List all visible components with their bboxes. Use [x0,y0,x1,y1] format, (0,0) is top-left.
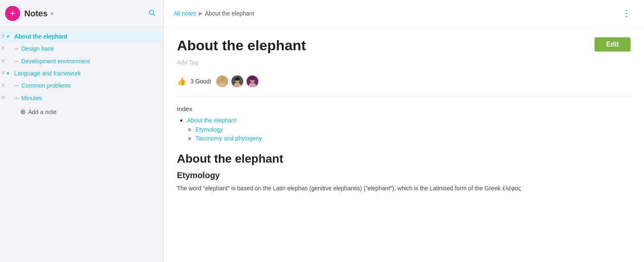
avatars-row [216,75,259,88]
drag-handle-lang: ⠿ [2,71,5,75]
sidebar-label-about-elephant: About the elephant [14,33,68,40]
avatar-1 [216,75,229,88]
svg-point-10 [236,77,239,80]
sub-heading-etymology: Etymology [177,171,631,180]
drag-handle-minutes: ⠿ [2,96,5,100]
thumbs-up-icon[interactable]: 👍 [177,77,186,86]
note-title: About the elephant [177,37,306,54]
tag-area[interactable]: Add Tag [177,59,631,66]
sidebar-item-minutes[interactable]: ⠿ – Minutes [0,92,163,104]
sidebar-label-language-framework: Language and framework [14,70,81,77]
sidebar-header: + Notes ≡ [0,0,163,27]
index-list: About the elephant Etymology Taxonomy an… [177,117,631,142]
drag-handle-common: ⠿ [2,83,5,88]
sidebar-label-development-environment: Development environment [21,58,90,65]
avatar-3 [246,75,259,88]
breadcrumb-all-notes[interactable]: All notes [174,10,196,17]
breadcrumb: All notes ▶ About the elephant [174,10,254,17]
add-note-label: Add a note [28,109,57,115]
index-item-about-elephant: About the elephant Etymology Taxonomy an… [187,117,631,142]
dash-design-base: – [15,45,19,52]
edit-button[interactable]: Edit [595,37,631,52]
reactions-row: 👍 3 Good! [177,75,631,97]
sidebar: + Notes ≡ ⠿ ▾ About the elephant ⠿ – Des… [0,0,164,262]
chevron-icon-language: ▾ [7,70,13,76]
sidebar-item-design-base[interactable]: ⠿ – Design base [0,42,163,55]
index-link-etymology[interactable]: Etymology [195,126,223,133]
svg-point-5 [220,77,225,81]
svg-point-14 [249,77,255,80]
sidebar-label-minutes: Minutes [21,95,42,101]
main-content: All notes ▶ About the elephant ⋮ About t… [164,0,644,262]
search-button[interactable] [145,6,158,21]
sidebar-label-common-problems: Common problems [21,82,71,89]
chevron-icon-about-elephant: ▾ [7,34,13,39]
sidebar-title: Notes ≡ [24,9,145,18]
sidebar-item-development-environment[interactable]: ⠿ – Development environment [0,55,163,67]
note-header: About the elephant Edit [177,37,631,54]
sidebar-item-common-problems[interactable]: ⠿ – Common problems [0,79,163,92]
index-section: Index About the elephant Etymology Taxon… [177,105,631,142]
add-tag-placeholder[interactable]: Add Tag [177,59,198,66]
filter-icon: ≡ [50,10,54,17]
content-area: About the elephant Edit Add Tag 👍 3 Good… [164,27,644,262]
sidebar-title-text: Notes [24,9,48,18]
dash-common-problems: – [15,82,19,89]
breadcrumb-separator: ▶ [199,10,203,16]
drag-handle-design-base: ⠿ [2,47,5,51]
sidebar-item-language-framework[interactable]: ⠿ ▾ Language and framework [0,67,163,79]
sidebar-item-about-elephant[interactable]: ⠿ ▾ About the elephant [0,31,163,42]
section-heading-about-elephant: About the elephant [177,152,631,166]
dash-dev-env: – [15,57,19,65]
more-options-button[interactable]: ⋮ [619,7,634,20]
add-note-row[interactable]: ⊕ Add a note [0,104,163,119]
drag-handle-about-elephant: ⠿ [2,34,5,39]
etymology-body: The word "elephant" is based on the Lati… [177,184,631,193]
index-sublist: Etymology Taxonomy and phylogeny [187,126,631,142]
good-count: 3 Good! [190,78,211,85]
svg-line-1 [153,14,155,16]
index-link-taxonomy[interactable]: Taxonomy and phylogeny [195,135,262,142]
index-heading: Index [177,105,631,112]
add-note-icon: ⊕ [20,108,26,116]
breadcrumb-bar: All notes ▶ About the elephant ⋮ [164,0,644,27]
add-note-button[interactable]: + [5,6,20,21]
index-link-about-elephant[interactable]: About the elephant [187,117,236,124]
drag-handle-dev-env: ⠿ [2,59,5,63]
index-sub-taxonomy: Taxonomy and phylogeny [195,135,631,142]
sidebar-label-design-base: Design base [21,45,54,52]
index-sub-etymology: Etymology [195,126,631,133]
avatar-2 [231,75,244,88]
sidebar-content: ⠿ ▾ About the elephant ⠿ – Design base ⠿… [0,27,163,262]
breadcrumb-current: About the elephant [205,10,254,17]
dash-minutes: – [15,94,19,102]
